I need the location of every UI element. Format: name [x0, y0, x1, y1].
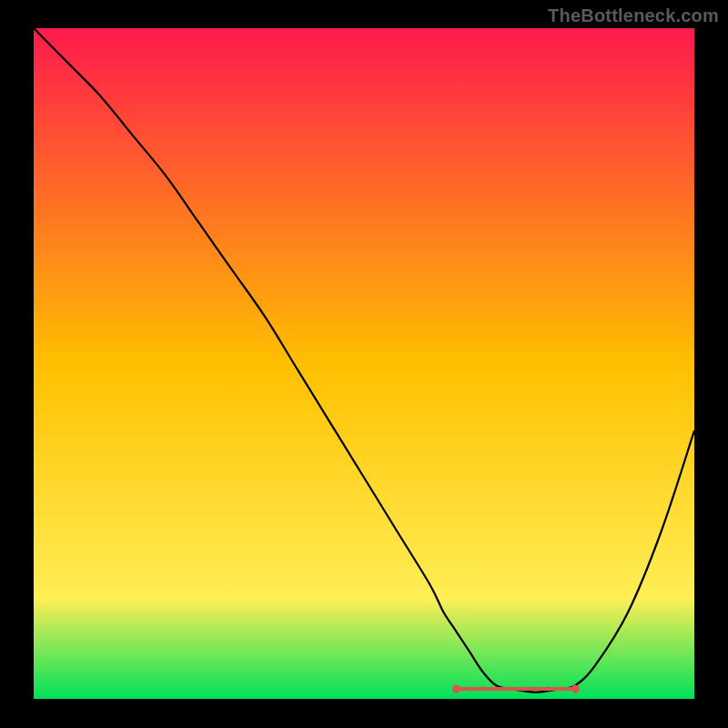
optimal-marker-dot [468, 686, 472, 691]
optimal-marker-dot [521, 686, 525, 691]
watermark-text: TheBottleneck.com [548, 5, 719, 26]
optimal-marker-dot [507, 686, 511, 691]
optimal-marker-dot [547, 686, 551, 691]
plot-area [34, 28, 694, 699]
gradient-background [34, 28, 694, 699]
optimal-marker-dot [452, 684, 460, 693]
optimal-marker-dot [533, 686, 538, 691]
optimal-marker-dot [560, 686, 564, 691]
optimal-marker-dot [480, 686, 485, 691]
optimal-marker-dot [571, 684, 580, 693]
optimal-marker-dot [494, 686, 499, 691]
chart-svg [34, 28, 694, 699]
chart-container: TheBottleneck.com [0, 0, 728, 728]
